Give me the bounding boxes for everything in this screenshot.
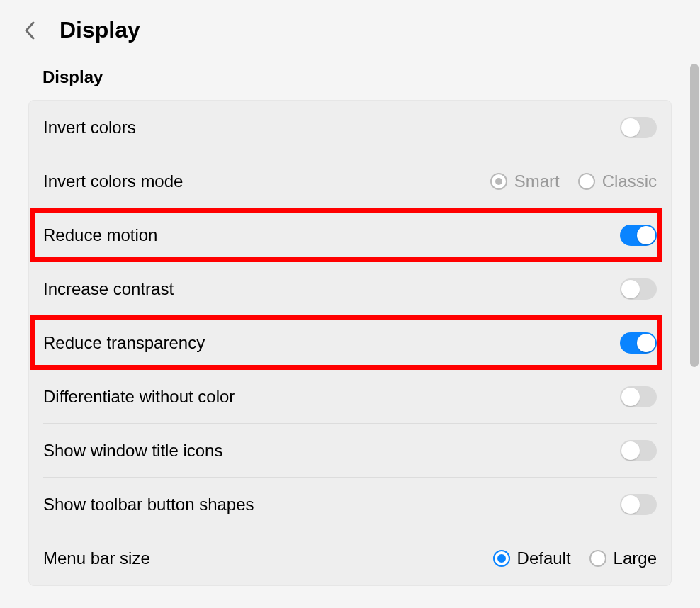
- scrollbar[interactable]: [690, 64, 699, 367]
- row-reduce-transparency: Reduce transparency: [43, 316, 657, 370]
- radio-label-smart: Smart: [514, 171, 560, 191]
- scrollbar-thumb[interactable]: [690, 64, 699, 367]
- label-invert-colors-mode: Invert colors mode: [43, 171, 183, 191]
- toggle-invert-colors[interactable]: [620, 117, 657, 138]
- back-button[interactable]: [21, 22, 38, 39]
- radio-label-default: Default: [517, 548, 571, 568]
- row-show-window-title-icons: Show window title icons: [43, 424, 657, 478]
- radio-circle-large: [589, 550, 606, 567]
- label-increase-contrast: Increase contrast: [43, 279, 174, 299]
- label-show-window-title-icons: Show window title icons: [43, 441, 222, 461]
- toggle-knob: [621, 118, 640, 137]
- radio-circle-classic: [578, 173, 595, 190]
- label-show-toolbar-button-shapes: Show toolbar button shapes: [43, 495, 254, 514]
- toggle-show-toolbar-button-shapes[interactable]: [620, 494, 657, 515]
- radio-label-classic: Classic: [602, 171, 657, 191]
- invert-colors-mode-options: Smart Classic: [490, 171, 657, 191]
- label-invert-colors: Invert colors: [43, 118, 136, 137]
- radio-smart: Smart: [490, 171, 560, 191]
- row-differentiate-without-color: Differentiate without color: [43, 370, 657, 424]
- menu-bar-size-options: Default Large: [493, 548, 657, 568]
- toggle-reduce-motion[interactable]: [620, 225, 657, 246]
- row-increase-contrast: Increase contrast: [43, 262, 657, 316]
- radio-default[interactable]: Default: [493, 548, 571, 568]
- radio-circle-smart: [490, 173, 507, 190]
- toggle-show-window-title-icons[interactable]: [620, 440, 657, 461]
- row-invert-colors: Invert colors: [43, 101, 657, 154]
- header: Display: [0, 0, 700, 50]
- radio-classic: Classic: [578, 171, 657, 191]
- row-reduce-motion: Reduce motion: [43, 208, 657, 262]
- label-differentiate-without-color: Differentiate without color: [43, 387, 235, 407]
- toggle-knob: [621, 388, 640, 406]
- row-show-toolbar-button-shapes: Show toolbar button shapes: [43, 478, 657, 531]
- toggle-knob: [621, 495, 640, 514]
- toggle-knob: [637, 334, 655, 352]
- radio-circle-default: [493, 550, 510, 567]
- label-menu-bar-size: Menu bar size: [43, 548, 150, 568]
- radio-label-large: Large: [614, 548, 657, 568]
- toggle-knob: [621, 441, 640, 460]
- radio-large[interactable]: Large: [589, 548, 657, 568]
- label-reduce-transparency: Reduce transparency: [43, 333, 205, 353]
- label-reduce-motion: Reduce motion: [43, 225, 157, 245]
- settings-panel: Invert colors Invert colors mode Smart C…: [28, 100, 672, 586]
- toggle-increase-contrast[interactable]: [620, 278, 657, 300]
- content: Display Invert colors Invert colors mode…: [0, 50, 700, 586]
- chevron-left-icon: [24, 21, 35, 40]
- row-invert-colors-mode: Invert colors mode Smart Classic: [43, 154, 657, 208]
- section-title: Display: [28, 67, 672, 87]
- toggle-knob: [637, 226, 655, 244]
- toggle-reduce-transparency[interactable]: [620, 332, 657, 354]
- page-title: Display: [60, 17, 140, 43]
- toggle-knob: [621, 280, 640, 298]
- row-menu-bar-size: Menu bar size Default Large: [43, 531, 657, 585]
- toggle-differentiate-without-color[interactable]: [620, 386, 657, 407]
